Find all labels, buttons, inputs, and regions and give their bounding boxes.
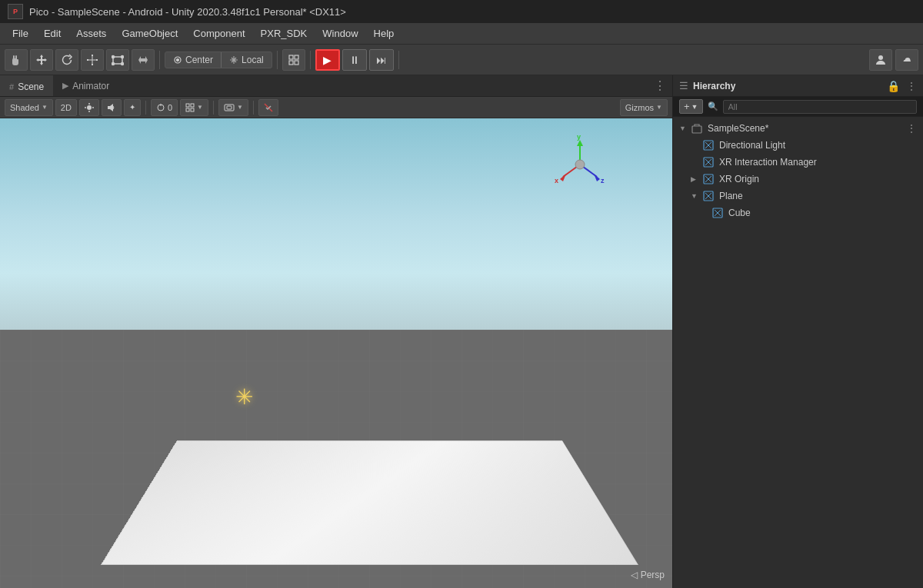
cube-item[interactable]: Cube xyxy=(673,204,923,221)
directional-light-item[interactable]: Directional Light xyxy=(673,137,923,154)
xr-origin-arrow[interactable]: ▶ xyxy=(691,175,700,183)
animator-tab-label: Animator xyxy=(72,81,109,91)
hierarchy-search-bar: + ▼ 🔍 xyxy=(673,97,923,117)
scene-sep-1 xyxy=(145,101,146,115)
menu-gameobject[interactable]: GameObject xyxy=(115,26,184,41)
pause-button[interactable]: ⏸ xyxy=(342,49,367,71)
menu-window[interactable]: Window xyxy=(316,26,364,41)
title-bar: P Pico - SampleScene - Android - Unity 2… xyxy=(0,0,923,23)
fx-toggle[interactable]: ✦ xyxy=(124,99,141,116)
hierarchy-options-icon[interactable]: ⋮ xyxy=(906,80,917,92)
hierarchy-search-input[interactable] xyxy=(723,100,917,114)
scale-tool-btn[interactable] xyxy=(81,49,104,71)
2d-toggle[interactable]: 2D xyxy=(55,99,77,116)
svg-rect-17 xyxy=(289,61,293,65)
scene-sep-3 xyxy=(253,101,254,115)
scene-root-name: SampleScene* xyxy=(708,123,768,134)
xr-origin-icon xyxy=(702,173,715,185)
scene-toolbar: Shaded ▼ 2D ✦ 0 xyxy=(0,97,672,118)
menu-assets[interactable]: Assets xyxy=(70,26,112,41)
menu-component[interactable]: Component xyxy=(187,26,251,41)
svg-point-12 xyxy=(122,62,124,65)
hierarchy-tab-bar: ☰ Hierarchy 🔒 ⋮ xyxy=(673,75,923,97)
grid-settings[interactable]: ▼ xyxy=(180,99,208,116)
svg-point-9 xyxy=(112,55,115,58)
snap-off[interactable] xyxy=(258,99,278,116)
svg-text:y: y xyxy=(577,134,581,141)
audio-toggle[interactable] xyxy=(102,99,122,116)
step-button[interactable]: ⏭ xyxy=(369,49,394,71)
scene-tab-bar: # Scene ▶ Animator ⋮ xyxy=(0,75,672,97)
rect-tool-btn[interactable] xyxy=(106,49,129,71)
svg-marker-38 xyxy=(560,174,566,181)
svg-rect-45 xyxy=(692,126,701,133)
shading-dropdown[interactable]: Shaded ▼ xyxy=(5,99,53,116)
sun-gizmo: ✳ xyxy=(235,384,253,410)
add-dropdown-arrow: ▼ xyxy=(691,103,698,111)
hierarchy-panel: ☰ Hierarchy 🔒 ⋮ + ▼ 🔍 ▼ Sam xyxy=(672,75,923,588)
tab-animator[interactable]: ▶ Animator xyxy=(53,75,118,96)
svg-rect-28 xyxy=(191,104,194,107)
shading-label: Shaded xyxy=(10,103,39,112)
directional-light-icon xyxy=(702,139,715,151)
svg-point-20 xyxy=(87,105,92,110)
plane-item[interactable]: ▼ Plane xyxy=(673,188,923,204)
tab-scene[interactable]: # Scene xyxy=(0,75,53,96)
overlay-count[interactable]: 0 xyxy=(151,99,178,116)
lighting-toggle[interactable] xyxy=(79,99,99,116)
hand-tool-btn[interactable] xyxy=(5,49,28,71)
center-label: Center xyxy=(185,55,213,65)
xr-interaction-name: XR Interaction Manager xyxy=(719,157,817,168)
local-btn[interactable]: Local xyxy=(222,52,272,68)
tab-options-menu[interactable]: ⋮ xyxy=(648,75,672,96)
svg-rect-29 xyxy=(186,108,189,111)
snap-settings-btn[interactable] xyxy=(282,49,305,71)
xr-interaction-manager-item[interactable]: XR Interaction Manager xyxy=(673,154,923,171)
scene-root-item[interactable]: ▼ SampleScene* ⋮ xyxy=(673,120,923,137)
svg-marker-40 xyxy=(594,174,600,181)
move-tool-btn[interactable] xyxy=(30,49,53,71)
plane-name: Plane xyxy=(719,191,743,201)
play-button[interactable]: ▶ xyxy=(315,49,340,71)
playback-controls: ▶ ⏸ ⏭ xyxy=(315,49,394,71)
scene-root-options[interactable]: ⋮ xyxy=(906,122,917,135)
toolbar-sep-1 xyxy=(159,51,160,69)
xr-origin-item[interactable]: ▶ XR Origin xyxy=(673,171,923,188)
camera-framing[interactable]: ▼ xyxy=(218,99,248,116)
gizmos-btn[interactable]: Gizmos ▼ xyxy=(620,99,668,116)
menu-file[interactable]: File xyxy=(6,26,35,41)
svg-rect-16 xyxy=(295,55,298,59)
xr-interaction-icon xyxy=(702,156,715,168)
toolbar-sep-2 xyxy=(277,51,278,69)
center-btn[interactable]: Center xyxy=(165,52,221,68)
plane-arrow[interactable]: ▼ xyxy=(691,192,700,200)
main-content: # Scene ▶ Animator ⋮ Shaded ▼ 2D xyxy=(0,75,923,588)
toolbar: Center Local ▶ ⏸ ⏭ xyxy=(0,45,923,75)
cloud-btn[interactable] xyxy=(895,49,918,71)
menu-pxr-sdk[interactable]: PXR_SDK xyxy=(255,26,314,41)
svg-marker-36 xyxy=(577,140,583,146)
scene-gizmo[interactable]: y x z xyxy=(549,134,611,195)
svg-rect-18 xyxy=(295,61,298,65)
hierarchy-lock-icon[interactable]: 🔒 xyxy=(887,80,900,92)
svg-point-19 xyxy=(878,55,883,60)
scene-sep-2 xyxy=(213,101,214,115)
add-gameobject-btn[interactable]: + ▼ xyxy=(679,99,703,114)
center-pivot-toggle[interactable]: Center Local xyxy=(165,51,272,68)
svg-point-41 xyxy=(575,160,585,169)
perspective-label: ◁ Persp xyxy=(631,570,665,580)
menu-bar: File Edit Assets GameObject Component PX… xyxy=(0,23,923,45)
account-btn[interactable] xyxy=(869,49,892,71)
svg-rect-32 xyxy=(227,106,232,109)
scene-root-arrow: ▼ xyxy=(679,125,688,132)
svg-rect-31 xyxy=(225,105,234,111)
rotate-tool-btn[interactable] xyxy=(55,49,78,71)
menu-help[interactable]: Help xyxy=(368,26,401,41)
scene-root-icon xyxy=(691,122,703,135)
scene-viewport[interactable]: ✳ y x z xyxy=(0,118,672,588)
transform-tool-btn[interactable] xyxy=(132,49,155,71)
hierarchy-tree: ▼ SampleScene* ⋮ Directional Light xyxy=(673,117,923,588)
menu-edit[interactable]: Edit xyxy=(38,26,67,41)
svg-text:z: z xyxy=(601,177,605,184)
svg-point-11 xyxy=(112,62,115,65)
